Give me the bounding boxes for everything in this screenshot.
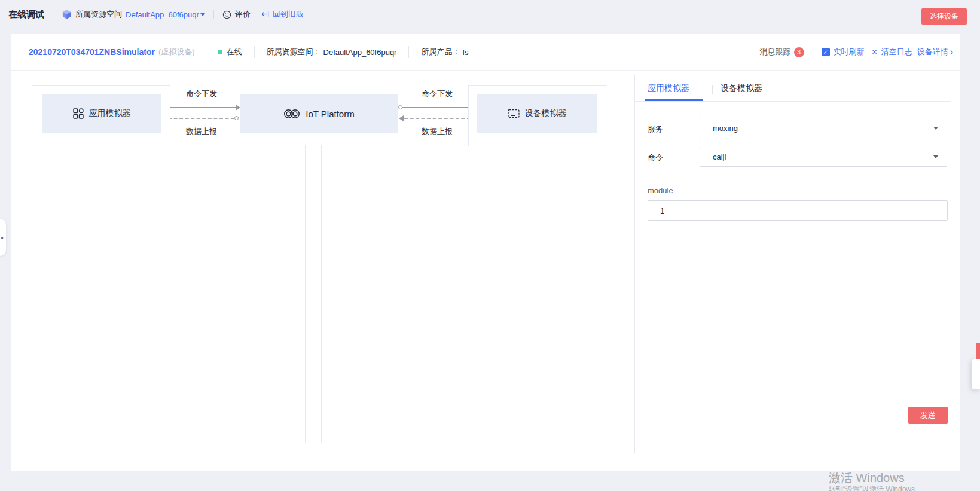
close-icon[interactable]: ✕ (872, 48, 878, 56)
arrowhead-left-icon (399, 115, 404, 121)
iot-platform-logo-icon (283, 109, 300, 119)
caret-down-icon (200, 13, 205, 16)
smiley-icon (222, 10, 231, 19)
windows-activate-watermark-sub: 转到“设置”以激活 Windows (829, 484, 915, 491)
clear-log-link[interactable]: 清空日志 (881, 47, 912, 57)
app-simulator-node: 应用模拟器 (42, 94, 161, 133)
tab-device-simulator[interactable]: 设备模拟器 (721, 83, 762, 94)
data-up-label: 数据上报 (407, 126, 467, 137)
feedback-edge-tab[interactable] (976, 343, 980, 359)
device-chip-icon (508, 109, 520, 118)
app-grid-icon (73, 108, 84, 119)
service-value: moxing (713, 124, 738, 133)
back-to-old-link[interactable]: 回到旧版 (261, 9, 304, 20)
arrow-origin-dot (234, 116, 239, 120)
resource-space-value: DefaultApp_60f6puqr (126, 10, 199, 19)
app-node-label: 应用模拟器 (89, 108, 131, 119)
return-arrow-icon (261, 11, 269, 18)
resource-space-value: DefaultApp_60f6puqr (323, 48, 397, 57)
divider (813, 46, 813, 58)
realtime-refresh-label[interactable]: 实时刷新 (834, 47, 865, 57)
windows-activate-watermark: 激活 Windows (829, 470, 905, 486)
message-trace-link[interactable]: 消息跟踪 (760, 47, 791, 57)
online-dot-icon (218, 50, 222, 54)
product-label: 所属产品： (421, 47, 460, 57)
feedback-link[interactable]: 评价 (222, 9, 251, 20)
service-label: 服务 (648, 124, 663, 135)
data-up-label: 数据上报 (172, 126, 231, 137)
command-down-label: 命令下发 (172, 89, 231, 99)
data-up-arrow (168, 118, 234, 119)
realtime-refresh-checkbox[interactable]: ✓ (822, 48, 830, 56)
resource-space-dropdown[interactable]: DefaultApp_60f6puqr (126, 10, 205, 19)
chevron-right-icon[interactable]: › (950, 47, 953, 57)
device-type-label: (虚拟设备) (158, 47, 195, 57)
online-debug-page: 在线调试 所属资源空间 DefaultApp_60f6puqr 评价 回到旧版 (0, 0, 980, 491)
feedback-label: 评价 (235, 9, 251, 20)
param-module-input[interactable] (648, 200, 948, 221)
divider (53, 10, 53, 19)
online-status: 在线 (218, 47, 242, 57)
caret-down-icon (933, 155, 938, 158)
divider (408, 46, 409, 58)
collapse-left-icon: ◂ (1, 235, 3, 240)
resource-space-label: 所属资源空间： (267, 47, 321, 57)
tabrow-border (635, 101, 951, 102)
resource-space-group: 所属资源空间 DefaultApp_60f6puqr (62, 9, 205, 20)
command-label: 命令 (648, 153, 663, 163)
sidebar-collapse-handle[interactable]: ◂ (0, 219, 6, 256)
command-down-label: 命令下发 (407, 89, 467, 99)
feedback-edge-panel[interactable] (972, 359, 980, 389)
online-status-label: 在线 (227, 47, 242, 57)
device-simulator-node: 设备模拟器 (477, 94, 597, 133)
send-button[interactable]: 发送 (908, 407, 948, 424)
divider (213, 10, 214, 19)
product-value: fs (462, 48, 468, 57)
select-device-button[interactable]: 选择设备 (921, 8, 967, 25)
command-down-arrow (402, 107, 472, 108)
caret-down-icon (933, 127, 938, 130)
command-down-arrow (166, 107, 236, 108)
simulator-panel: 应用模拟器 设备模拟器 服务 moxing 命令 caiji module 发送 (634, 75, 951, 453)
device-detail-link[interactable]: 设备详情 (917, 47, 948, 57)
tab-app-simulator[interactable]: 应用模拟器 (648, 83, 689, 94)
device-header: 20210720T034701ZNBSimulator (虚拟设备) 在线 所属… (11, 34, 960, 71)
device-name-link[interactable]: 20210720T034701ZNBSimulator (29, 47, 155, 57)
cube-icon (62, 9, 72, 20)
device-message-card (321, 145, 607, 443)
arrowhead-right-icon (236, 105, 240, 111)
page-title: 在线调试 (8, 9, 44, 20)
iot-platform-node: IoT Platform (240, 94, 398, 133)
device-node-label: 设备模拟器 (525, 108, 567, 119)
command-select[interactable]: caiji (700, 147, 947, 167)
command-value: caiji (713, 153, 726, 161)
tab-divider (712, 85, 713, 94)
topbar: 在线调试 所属资源空间 DefaultApp_60f6puqr 评价 回到旧版 (0, 0, 980, 29)
service-select[interactable]: moxing (700, 118, 947, 138)
app-message-card (32, 145, 306, 443)
data-up-arrow (404, 118, 471, 119)
message-trace-badge: 3 (794, 47, 804, 57)
device-header-actions: 消息跟踪 3 ✓ 实时刷新 ✕ 清空日志 设备详情 › (760, 46, 953, 58)
divider (254, 46, 255, 58)
param-module-label: module (648, 186, 673, 195)
back-to-old-label: 回到旧版 (273, 9, 304, 20)
platform-node-label: IoT Platform (306, 109, 354, 119)
resource-space-label: 所属资源空间 (75, 9, 122, 20)
